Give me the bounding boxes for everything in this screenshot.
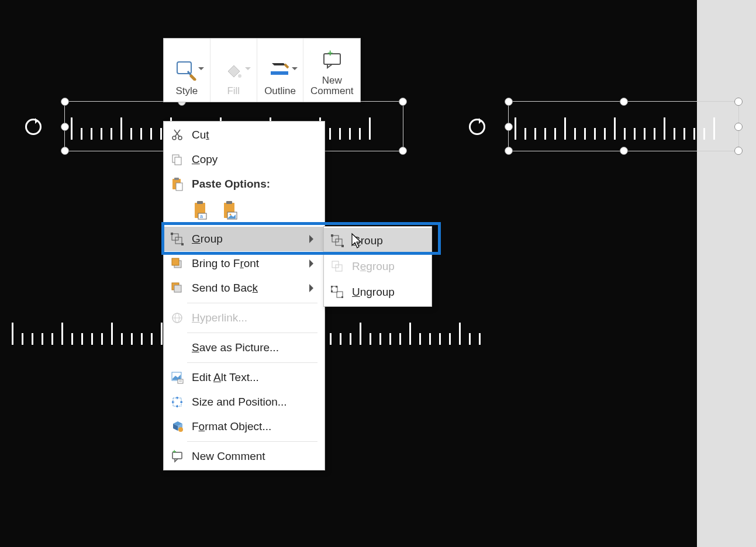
regroup-icon (330, 259, 345, 274)
menu-group[interactable]: Group (164, 227, 325, 251)
svg-line-7 (175, 130, 180, 137)
fill-label: Fill (227, 86, 240, 97)
menu-size-and-position[interactable]: Size and Position... (164, 390, 325, 414)
menu-size-and-position-label: Size and Position... (192, 396, 287, 408)
menu-cut-label: Cut (192, 129, 209, 141)
alt-text-icon (170, 370, 185, 385)
selection-handle[interactable] (620, 147, 628, 155)
svg-line-8 (174, 130, 179, 137)
menu-edit-alt-text-label: Edit Alt Text... (192, 371, 259, 384)
menu-save-as-picture-label: Save as Picture... (192, 341, 279, 354)
svg-rect-27 (172, 258, 179, 265)
submenu-arrow-icon (309, 235, 317, 243)
outline-button[interactable]: Outline (257, 39, 304, 102)
bring-to-front-icon (170, 256, 185, 271)
group-icon (330, 233, 345, 248)
paste-options-row: a (164, 196, 325, 227)
svg-point-5 (172, 136, 176, 140)
svg-rect-48 (331, 286, 333, 288)
svg-rect-36 (173, 398, 181, 406)
context-menu: Cut Copy Paste Options: a Group Bring to… (163, 121, 325, 470)
submenu-arrow-icon (309, 284, 317, 292)
svg-rect-42 (331, 234, 333, 237)
menu-separator (187, 303, 317, 303)
rotate-handle[interactable] (25, 119, 42, 135)
selection-handle[interactable] (61, 147, 69, 155)
selection-handle[interactable] (620, 98, 628, 106)
submenu-regroup-label: Regroup (352, 260, 395, 273)
svg-rect-25 (181, 243, 184, 245)
hyperlink-icon (170, 310, 185, 326)
selection-handle[interactable] (399, 147, 407, 155)
svg-text:+: + (327, 50, 333, 58)
selection-handle[interactable] (505, 123, 513, 131)
fill-icon (222, 59, 245, 82)
menu-send-to-back-label: Send to Back (192, 282, 258, 295)
svg-rect-29 (174, 285, 181, 292)
menu-separator (187, 333, 317, 333)
svg-rect-13 (176, 183, 182, 191)
menu-hyperlink: Hyperlink... (164, 306, 325, 330)
svg-text:+: + (172, 450, 176, 455)
menu-edit-alt-text[interactable]: Edit Alt Text... (164, 365, 325, 390)
style-label: Style (176, 86, 198, 97)
fill-button[interactable]: Fill (210, 39, 257, 102)
ungroup-icon (330, 285, 345, 300)
paste-option-picture[interactable] (221, 199, 241, 222)
menu-cut[interactable]: Cut (164, 123, 325, 147)
submenu-arrow-icon (309, 259, 317, 268)
menu-format-object[interactable]: Format Object... (164, 414, 325, 439)
menu-new-comment-label: New Comment (192, 450, 265, 463)
new-comment-icon: + (170, 449, 185, 464)
menu-save-as-picture[interactable]: Save as Picture... (164, 335, 325, 360)
style-button[interactable]: Style (164, 39, 210, 102)
svg-rect-10 (175, 157, 181, 165)
svg-point-37 (178, 427, 183, 432)
selection-handle[interactable] (61, 123, 69, 131)
selection-handle[interactable] (734, 98, 743, 106)
menu-format-object-label: Format Object... (192, 420, 271, 433)
svg-rect-19 (226, 201, 232, 204)
cut-icon (170, 127, 185, 143)
outline-label: Outline (264, 86, 296, 97)
svg-rect-12 (174, 178, 179, 180)
menu-bring-to-front-label: Bring to Front (192, 257, 259, 270)
svg-point-6 (178, 136, 182, 140)
blank-icon (170, 340, 185, 355)
menu-group-label: Group (192, 233, 223, 245)
send-to-back-icon (170, 281, 185, 296)
menu-send-to-back[interactable]: Send to Back (164, 276, 325, 300)
submenu-ungroup-label: Ungroup (352, 286, 395, 299)
menu-copy[interactable]: Copy (164, 147, 325, 172)
selection-box-right[interactable] (508, 101, 739, 151)
copy-icon (170, 152, 185, 167)
submenu-regroup: Regroup (324, 254, 431, 279)
outline-icon (268, 59, 292, 82)
menu-separator (187, 362, 317, 363)
mini-toolbar: Style Fill Outline + NewComment (163, 38, 361, 102)
submenu-group[interactable]: Group (324, 228, 431, 254)
new-comment-label: NewComment (310, 75, 354, 97)
rotate-handle[interactable] (469, 119, 485, 135)
menu-paste-options-label: Paste Options: (192, 178, 270, 191)
new-comment-button[interactable]: + NewComment (303, 39, 360, 102)
menu-new-comment[interactable]: + New Comment (164, 444, 325, 469)
paste-option-use-destination[interactable]: a (192, 199, 212, 222)
svg-rect-49 (336, 286, 337, 288)
svg-rect-24 (171, 233, 173, 235)
selection-handle[interactable] (61, 98, 69, 106)
svg-rect-51 (341, 296, 343, 298)
size-position-icon (170, 394, 185, 410)
selection-handle[interactable] (505, 147, 513, 155)
new-comment-icon: + (320, 49, 344, 72)
submenu-ungroup[interactable]: Ungroup (324, 279, 431, 305)
style-icon (175, 59, 198, 82)
svg-rect-15 (197, 201, 203, 204)
selection-handle[interactable] (399, 98, 407, 106)
svg-text:a: a (200, 213, 203, 219)
selection-handle[interactable] (734, 147, 743, 155)
svg-point-1 (238, 74, 241, 78)
menu-bring-to-front[interactable]: Bring to Front (164, 251, 325, 276)
menu-paste-options-header: Paste Options: (164, 172, 325, 196)
selection-handle[interactable] (505, 98, 513, 106)
